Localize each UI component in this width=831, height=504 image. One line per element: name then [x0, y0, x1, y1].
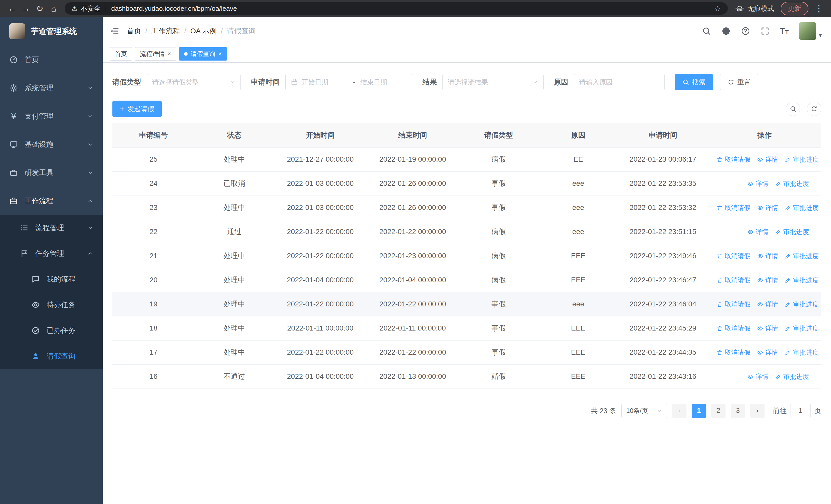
- avatar[interactable]: [799, 22, 816, 40]
- sidebar-item-workflow[interactable]: 工作流程: [0, 187, 103, 215]
- sidebar-item-payment[interactable]: ¥ 支付管理: [0, 102, 103, 130]
- back-icon[interactable]: ←: [5, 2, 19, 16]
- table-row[interactable]: 20 处理中 2022-01-04 00:00:00 2022-01-04 00…: [112, 268, 821, 292]
- action-detail[interactable]: 详情: [757, 204, 778, 212]
- create-leave-button[interactable]: + 发起请假: [112, 100, 162, 117]
- page-size-select[interactable]: 10条/页: [621, 404, 667, 418]
- action-cancel[interactable]: 取消请假: [717, 324, 750, 333]
- user-menu[interactable]: ▾: [799, 22, 822, 40]
- reload-icon[interactable]: ↻: [33, 2, 47, 16]
- tab-home[interactable]: 首页: [110, 47, 132, 61]
- github-icon[interactable]: [721, 26, 730, 36]
- table-row[interactable]: 21 处理中 2022-01-22 00:00:00 2022-01-23 00…: [112, 244, 821, 268]
- sidebar-item-task-management[interactable]: 任务管理: [0, 241, 103, 266]
- table-row[interactable]: 18 处理中 2022-01-11 00:00:00 2022-01-11 00…: [112, 316, 821, 340]
- action-progress[interactable]: 审批进度: [785, 155, 819, 164]
- breadcrumb-item[interactable]: 首页: [127, 26, 141, 36]
- page-button-3[interactable]: 3: [730, 404, 745, 418]
- cell-apply-time: 2022-01-22 23:53:35: [618, 171, 708, 196]
- action-progress[interactable]: 审批进度: [785, 276, 819, 284]
- action-progress[interactable]: 审批进度: [785, 252, 819, 260]
- action-detail[interactable]: 详情: [747, 373, 768, 381]
- help-icon[interactable]: [741, 26, 750, 36]
- sidebar-item-todo-tasks[interactable]: 待办任务: [0, 292, 103, 318]
- breadcrumb-item[interactable]: 工作流程: [151, 26, 180, 36]
- action-progress[interactable]: 审批进度: [785, 348, 819, 357]
- action-cancel[interactable]: 取消请假: [717, 276, 750, 284]
- tab-process-detail[interactable]: 流程详情 ×: [135, 47, 176, 61]
- table-row[interactable]: 22 通过 2022-01-22 00:00:00 2022-01-22 00:…: [112, 220, 821, 244]
- date-range-picker[interactable]: 开始日期 - 结束日期: [285, 74, 412, 90]
- refresh-button[interactable]: [807, 101, 821, 116]
- address-bar[interactable]: ⚠ 不安全 dashboard.yudao.iocoder.cn/bpm/oa/…: [65, 2, 728, 14]
- security-warning-label[interactable]: 不安全: [81, 4, 101, 13]
- sidebar-item-leave-query[interactable]: 请假查询: [0, 343, 103, 369]
- result-select[interactable]: 请选择流结果: [442, 74, 544, 90]
- action-progress[interactable]: 审批进度: [785, 324, 819, 333]
- table-row[interactable]: 24 已取消 2022-01-03 00:00:00 2022-01-26 00…: [112, 171, 821, 196]
- action-detail[interactable]: 详情: [757, 276, 778, 284]
- table-header-row: 申请编号 状态 开始时间 结束时间 请假类型 原因 申请时间 操作: [112, 123, 821, 147]
- page-button-1[interactable]: 1: [692, 404, 706, 418]
- action-progress[interactable]: 审批进度: [775, 373, 809, 381]
- toggle-search-button[interactable]: [786, 101, 800, 116]
- start-date-placeholder[interactable]: 开始日期: [302, 78, 348, 87]
- action-detail[interactable]: 详情: [757, 348, 778, 357]
- end-date-placeholder[interactable]: 结束日期: [360, 78, 407, 87]
- action-detail[interactable]: 详情: [747, 179, 768, 188]
- table-row[interactable]: 23 处理中 2022-01-03 00:00:00 2022-01-26 00…: [112, 196, 821, 220]
- collapse-sidebar-icon[interactable]: [109, 26, 120, 36]
- table-row[interactable]: 17 处理中 2022-01-22 00:00:00 2022-01-22 00…: [112, 340, 821, 364]
- action-cancel[interactable]: 取消请假: [717, 155, 750, 164]
- fullscreen-icon[interactable]: [761, 26, 770, 36]
- action-cancel[interactable]: 取消请假: [717, 348, 750, 357]
- action-progress[interactable]: 审批进度: [775, 228, 809, 236]
- home-icon[interactable]: ⌂: [47, 2, 61, 16]
- update-button[interactable]: 更新: [781, 2, 808, 16]
- table-row[interactable]: 16 不通过 2022-01-04 00:00:00 2022-01-13 00…: [112, 364, 821, 388]
- table-row[interactable]: 25 处理中 2021-12-27 00:00:00 2022-01-19 00…: [112, 147, 821, 171]
- reset-button[interactable]: 重置: [720, 74, 758, 90]
- next-page-button[interactable]: ›: [750, 404, 765, 418]
- prev-page-button[interactable]: ‹: [672, 404, 687, 418]
- sidebar-item-infrastructure[interactable]: 基础设施: [0, 130, 103, 158]
- action-cancel[interactable]: 取消请假: [717, 300, 750, 308]
- forward-icon[interactable]: →: [19, 2, 33, 16]
- action-progress[interactable]: 审批进度: [775, 179, 809, 188]
- search-button[interactable]: 搜索: [675, 74, 713, 90]
- action-detail[interactable]: 详情: [747, 228, 768, 236]
- action-progress[interactable]: 审批进度: [785, 300, 819, 308]
- sidebar-item-devtools[interactable]: 研发工具: [0, 158, 103, 187]
- action-cancel[interactable]: 取消请假: [717, 204, 750, 212]
- action-detail[interactable]: 详情: [757, 324, 778, 333]
- reason-input[interactable]: 请输入原因: [574, 74, 665, 90]
- action-detail[interactable]: 详情: [757, 155, 778, 164]
- goto-page-input[interactable]: 1: [790, 404, 811, 418]
- sidebar-item-done-tasks[interactable]: 已办任务: [0, 318, 103, 343]
- close-icon[interactable]: ×: [219, 51, 222, 57]
- sidebar-item-process-management[interactable]: 流程管理: [0, 215, 103, 241]
- tab-leave-query[interactable]: 请假查询 ×: [179, 47, 227, 61]
- sidebar-item-home[interactable]: 首页: [0, 46, 103, 74]
- font-size-icon[interactable]: TT: [780, 26, 789, 36]
- action-progress[interactable]: 审批进度: [785, 204, 819, 212]
- url-text[interactable]: dashboard.yudao.iocoder.cn/bpm/oa/leave: [111, 5, 237, 12]
- breadcrumb-item[interactable]: OA 示例: [191, 26, 217, 36]
- close-icon[interactable]: ×: [168, 51, 171, 57]
- sidebar-item-system[interactable]: 系统管理: [0, 74, 103, 102]
- chevron-down-icon: [657, 408, 662, 414]
- sidebar-item-my-process[interactable]: 我的流程: [0, 266, 103, 292]
- search-icon[interactable]: [702, 26, 711, 36]
- bookmark-star-icon[interactable]: ☆: [714, 4, 721, 13]
- action-cancel[interactable]: 取消请假: [717, 252, 750, 260]
- action-detail[interactable]: 详情: [757, 252, 778, 260]
- cell-id: 21: [112, 244, 195, 268]
- leave-type-select[interactable]: 请选择请假类型: [147, 74, 241, 90]
- logo[interactable]: 芋道管理系统: [0, 17, 103, 46]
- page-button-2[interactable]: 2: [711, 404, 725, 418]
- action-detail[interactable]: 详情: [757, 300, 778, 308]
- table-row[interactable]: 19 处理中 2022-01-22 00:00:00 2022-01-22 00…: [112, 292, 821, 316]
- col-header-apply-time: 申请时间: [618, 123, 708, 147]
- browser-menu-icon[interactable]: ⋮: [812, 2, 826, 16]
- eye-icon: [747, 229, 753, 235]
